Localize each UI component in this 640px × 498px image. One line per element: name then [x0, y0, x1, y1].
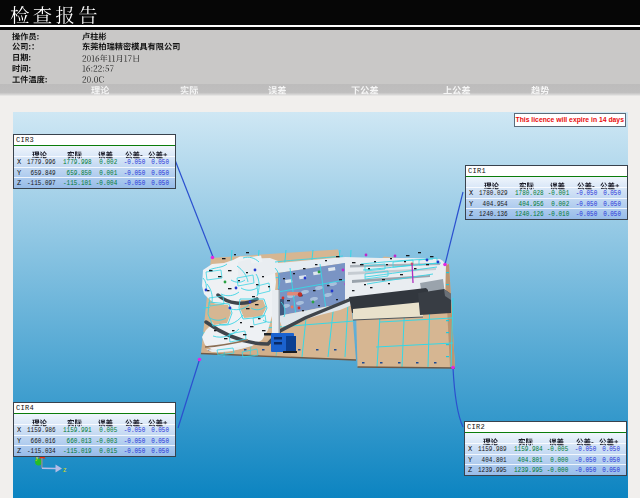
svg-text:z: z [63, 466, 67, 473]
